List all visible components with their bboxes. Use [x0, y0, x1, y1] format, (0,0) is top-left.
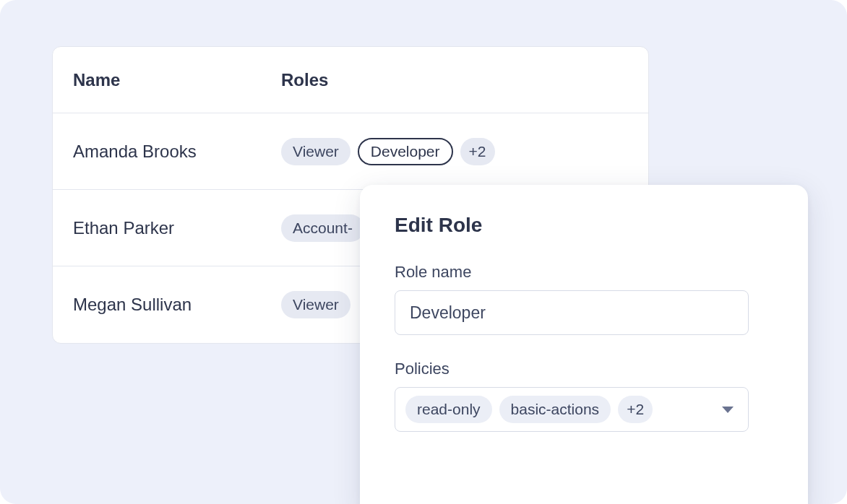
- chevron-down-icon: [722, 407, 734, 413]
- column-header-name: Name: [73, 70, 281, 90]
- app-canvas: Name Roles Amanda Brooks Viewer Develope…: [0, 0, 847, 504]
- policies-select[interactable]: read-only basic-actions +2: [395, 387, 749, 432]
- user-name: Ethan Parker: [73, 218, 281, 238]
- role-chip[interactable]: Viewer: [281, 138, 351, 165]
- user-name: Megan Sullivan: [73, 295, 281, 315]
- column-header-roles: Roles: [281, 70, 628, 90]
- policies-label: Policies: [395, 360, 773, 378]
- role-name-field: Role name Developer: [395, 263, 773, 335]
- role-name-input[interactable]: Developer: [395, 290, 749, 335]
- panel-title: Edit Role: [395, 214, 773, 237]
- policy-chip[interactable]: basic-actions: [499, 396, 611, 423]
- table-row[interactable]: Amanda Brooks Viewer Developer +2: [53, 113, 648, 190]
- table-header-row: Name Roles: [53, 47, 648, 113]
- role-name-value: Developer: [410, 303, 486, 323]
- role-chip[interactable]: Account-: [281, 214, 364, 242]
- policies-field: Policies read-only basic-actions +2: [395, 360, 773, 432]
- role-chip[interactable]: Viewer: [281, 291, 351, 318]
- user-name: Amanda Brooks: [73, 142, 281, 162]
- policy-chip[interactable]: read-only: [405, 396, 492, 423]
- role-name-label: Role name: [395, 263, 773, 282]
- role-chip-selected[interactable]: Developer: [358, 138, 453, 165]
- user-roles: Viewer Developer +2: [281, 138, 628, 165]
- role-chip-more[interactable]: +2: [460, 138, 495, 165]
- policy-chip-more[interactable]: +2: [618, 396, 653, 423]
- edit-role-panel: Edit Role Role name Developer Policies r…: [360, 185, 808, 504]
